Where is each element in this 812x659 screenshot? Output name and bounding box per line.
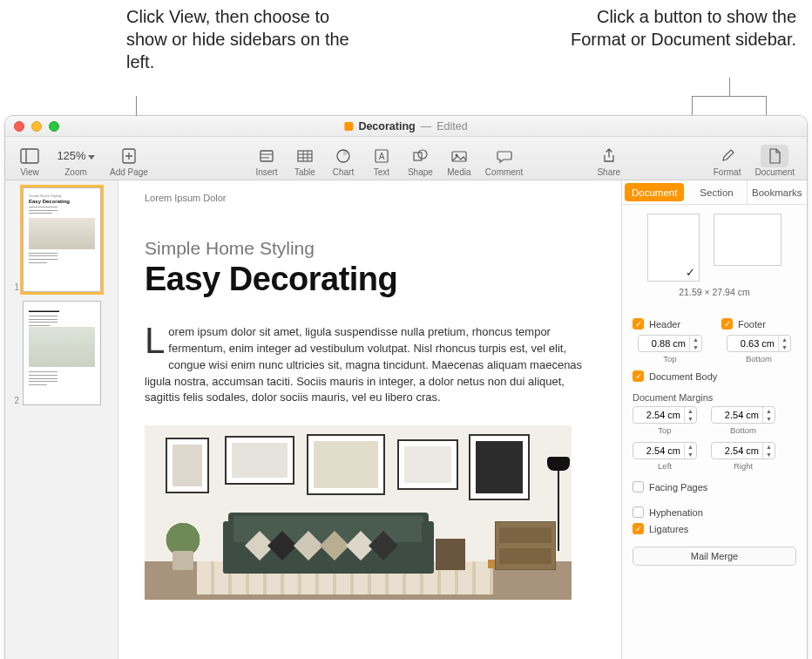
- format-button[interactable]: Format: [707, 142, 748, 177]
- ligatures-checkbox[interactable]: [633, 523, 644, 534]
- zoom-label: Zoom: [64, 167, 87, 177]
- maximize-icon[interactable]: [49, 121, 59, 132]
- thumb-number: 1: [10, 282, 19, 292]
- header-checkbox[interactable]: [633, 318, 644, 330]
- document-body-checkbox[interactable]: [633, 370, 644, 382]
- thumb-heading: ▬▬▬▬▬▬▬: [29, 308, 95, 313]
- tab-document[interactable]: Document: [625, 183, 684, 201]
- share-button[interactable]: Share: [590, 142, 628, 177]
- margin-bottom-input[interactable]: [712, 410, 762, 420]
- stepper-down-icon[interactable]: ▼: [685, 451, 696, 459]
- body-paragraph: Lorem ipsum dolor sit amet, ligula suspe…: [145, 324, 589, 406]
- thumbnails-sidebar: 1 Simple Home Styling Easy Decorating ▬▬…: [5, 180, 118, 659]
- callout-right: Click a button to show the Format or Doc…: [570, 5, 796, 96]
- subheading: Simple Home Styling: [145, 238, 593, 259]
- callout-left: Click View, then choose to show or hide …: [126, 5, 353, 96]
- tab-bookmarks[interactable]: Bookmarks: [748, 180, 807, 204]
- thumb-text-preview: ▬▬▬▬▬▬▬▬▬▬▬▬▬▬▬▬▬▬▬▬▬▬▬▬▬▬▬▬▬▬▬: [29, 206, 95, 215]
- insert-icon: [258, 145, 275, 167]
- stepper-up-icon[interactable]: ▲: [763, 407, 775, 415]
- thumb-image-preview: [29, 218, 95, 249]
- top-sublabel: Top: [663, 354, 676, 363]
- stepper-down-icon[interactable]: ▼: [763, 451, 775, 459]
- close-icon[interactable]: [14, 121, 24, 132]
- plus-page-icon: [120, 145, 138, 167]
- stepper-down-icon[interactable]: ▼: [690, 343, 701, 351]
- tab-section[interactable]: Section: [687, 180, 747, 204]
- chart-label: Chart: [333, 167, 354, 177]
- thumb-text-preview: ▬▬▬▬▬▬▬▬▬▬▬▬▬▬▬▬▬▬▬▬▬▬▬▬▬▬▬▬▬▬▬▬▬▬▬▬▬▬▬▬…: [29, 370, 95, 386]
- stepper-up-icon[interactable]: ▲: [685, 407, 696, 415]
- chart-button[interactable]: Chart: [324, 142, 362, 177]
- comment-icon: [496, 145, 513, 167]
- document-button[interactable]: Document: [748, 142, 802, 177]
- comment-button[interactable]: Comment: [478, 142, 530, 177]
- document-icon: [761, 145, 788, 167]
- table-button[interactable]: Table: [286, 142, 324, 177]
- window-title: Decorating — Edited: [344, 120, 467, 132]
- header-input[interactable]: [639, 338, 689, 349]
- margin-bottom-stepper[interactable]: ▲▼: [711, 406, 775, 424]
- document-canvas[interactable]: Lorem Ipsum Dolor Simple Home Styling Ea…: [118, 180, 622, 659]
- bottom-sublabel: Bottom: [746, 354, 772, 363]
- margin-right-stepper[interactable]: ▲▼: [711, 442, 775, 459]
- footer-checkbox[interactable]: [721, 318, 733, 330]
- insert-button[interactable]: Insert: [247, 142, 286, 177]
- stepper-up-icon[interactable]: ▲: [690, 336, 701, 343]
- margin-top-input[interactable]: [633, 410, 684, 420]
- shape-button[interactable]: Shape: [401, 142, 440, 177]
- page-size-option-portrait[interactable]: [647, 214, 700, 282]
- comment-label: Comment: [485, 167, 523, 177]
- margin-top-stepper[interactable]: ▲▼: [633, 406, 697, 424]
- stepper-down-icon[interactable]: ▼: [685, 415, 696, 423]
- right-sublabel: Right: [734, 461, 753, 471]
- page-header: Lorem Ipsum Dolor: [145, 193, 593, 203]
- shape-label: Shape: [408, 167, 433, 177]
- zoom-value: 125%: [57, 149, 85, 162]
- thumb-number: 2: [10, 396, 19, 405]
- margins-heading: Document Margins: [633, 392, 796, 403]
- paintbrush-icon: [719, 145, 736, 167]
- header-label: Header: [649, 319, 680, 330]
- thumb-title: Easy Decorating: [29, 199, 95, 204]
- text-label: Text: [374, 167, 389, 177]
- share-icon: [601, 145, 617, 167]
- svg-rect-0: [21, 149, 38, 163]
- page-thumbnail-1[interactable]: Simple Home Styling Easy Decorating ▬▬▬▬…: [23, 187, 101, 292]
- view-button[interactable]: View: [10, 142, 49, 177]
- svg-text:A: A: [379, 152, 385, 161]
- page-dimensions: 21.59 × 27.94 cm: [633, 287, 796, 297]
- page-size-option-landscape[interactable]: [714, 214, 782, 266]
- hyphenation-checkbox[interactable]: [633, 506, 644, 518]
- document-proxy-icon[interactable]: [344, 122, 353, 131]
- mail-merge-button[interactable]: Mail Merge: [633, 547, 796, 566]
- stepper-up-icon[interactable]: ▲: [779, 336, 790, 343]
- margin-left-stepper[interactable]: ▲▼: [633, 442, 697, 459]
- view-label: View: [20, 167, 39, 177]
- footer-input[interactable]: [727, 338, 778, 349]
- footer-stepper[interactable]: ▲▼: [727, 335, 791, 352]
- page-thumbnail-2[interactable]: ▬▬▬▬▬▬▬ ▬▬▬▬▬▬▬▬▬▬▬▬▬▬▬▬▬▬▬▬▬▬▬▬▬▬▬▬▬▬▬▬…: [23, 301, 101, 405]
- media-button[interactable]: Media: [440, 142, 478, 177]
- margin-right-input[interactable]: [712, 445, 762, 456]
- shape-icon: [411, 145, 429, 167]
- stepper-up-icon[interactable]: ▲: [685, 443, 696, 451]
- text-button[interactable]: A Text: [362, 142, 401, 177]
- zoom-button[interactable]: 125% Zoom: [49, 142, 103, 177]
- document-label: Document: [754, 167, 795, 177]
- stepper-up-icon[interactable]: ▲: [763, 443, 775, 451]
- header-stepper[interactable]: ▲▼: [638, 335, 702, 352]
- left-sublabel: Left: [658, 461, 672, 471]
- minimize-icon[interactable]: [31, 121, 42, 132]
- document-name: Decorating: [358, 120, 415, 132]
- stepper-down-icon[interactable]: ▼: [763, 415, 775, 423]
- chevron-down-icon: [88, 149, 95, 162]
- toolbar: View 125% Zoom Add Page Insert Table Cha…: [5, 137, 807, 180]
- chart-icon: [335, 145, 352, 167]
- facing-pages-checkbox[interactable]: [633, 481, 644, 493]
- stepper-down-icon[interactable]: ▼: [779, 343, 790, 351]
- share-label: Share: [597, 167, 620, 177]
- add-page-button[interactable]: Add Page: [103, 142, 155, 177]
- svg-rect-5: [261, 151, 273, 161]
- margin-left-input[interactable]: [633, 445, 684, 456]
